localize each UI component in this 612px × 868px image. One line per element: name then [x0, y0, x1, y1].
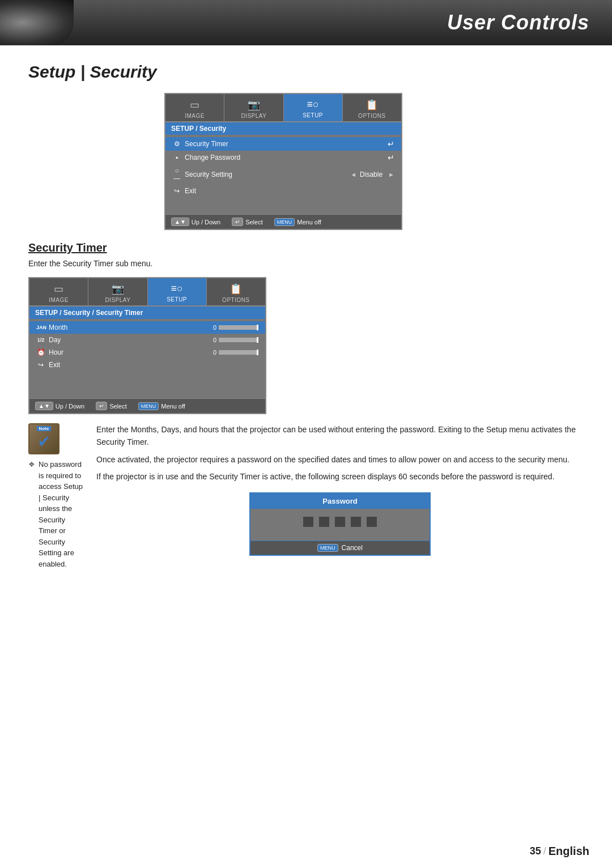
tab-image-label-1: IMAGE	[185, 113, 205, 119]
page-language: English	[549, 845, 589, 858]
osd-tabs-2: ▭ IMAGE 📷 DISPLAY ≡○ SETUP 📋 OPTIONS	[29, 278, 265, 307]
password-dot-3	[335, 517, 345, 527]
osd-item-change-password[interactable]: ▪ Change Password ↵	[165, 151, 401, 164]
month-bar-indicator	[257, 325, 258, 330]
hour-bar-indicator	[257, 350, 258, 355]
hour-bar	[219, 350, 258, 355]
setup-icon-1: ≡○	[286, 99, 340, 110]
hour-label: Hour	[49, 348, 206, 356]
note-list-item: ❖ No password is required to access Setu…	[28, 459, 85, 569]
osd-footer-1: ▲▼ Up / Down ↵ Select MENU Menu off	[165, 214, 401, 229]
tab-setup-label-2: SETUP	[167, 296, 187, 303]
note-text: ❖ No password is required to access Setu…	[28, 459, 85, 569]
tab-options-label-2: OPTIONS	[222, 297, 250, 303]
day-bar	[219, 338, 258, 342]
osd-item-day[interactable]: 1/2 Day 0	[29, 334, 265, 346]
image-icon-2: ▭	[32, 283, 86, 295]
tab-image-2[interactable]: ▭ IMAGE	[29, 278, 88, 305]
osd-item-hour[interactable]: ⏰ Hour 0	[29, 346, 265, 359]
updown-label-1: Up / Down	[192, 219, 220, 225]
security-timer-label: Security Timer	[185, 140, 384, 148]
exit-label-1: Exit	[185, 187, 394, 195]
password-header: Password	[250, 493, 430, 509]
tab-setup-2[interactable]: ≡○ SETUP	[148, 278, 207, 305]
password-cancel-area: MENU Cancel	[253, 544, 427, 552]
osd-panel-1: ▭ IMAGE 📷 DISPLAY ≡○ SETUP 📋 OPTIONS SET…	[164, 93, 402, 230]
menuoff-label-1: Menu off	[297, 219, 321, 225]
osd-breadcrumb-2: SETUP / Security / Security Timer	[29, 307, 265, 319]
menu-key-1: MENU	[274, 218, 295, 226]
password-cancel-label: Cancel	[342, 544, 363, 552]
footer-select-2: ↵ Select	[96, 402, 127, 410]
note-bullet: ❖	[28, 459, 35, 569]
osd-menu-items-1: ⚙ Security Timer ↵ ▪ Change Password ↵ ○…	[165, 135, 401, 214]
osd-panel-2: ▭ IMAGE 📷 DISPLAY ≡○ SETUP 📋 OPTIONS	[28, 277, 266, 414]
note-icon-area: ✔ ❖ No password is required to access Se…	[28, 423, 85, 572]
month-bar	[219, 325, 258, 330]
setup-icon-2: ≡○	[150, 283, 204, 295]
page-content: Setup | Security ▭ IMAGE 📷 DISPLAY ≡○ SE…	[0, 45, 612, 603]
footer-select-1: ↵ Select	[232, 218, 263, 226]
password-dots	[258, 517, 422, 527]
osd-item-security-timer[interactable]: ⚙ Security Timer ↵	[165, 137, 401, 151]
subsection-heading: Security Timer	[28, 241, 584, 254]
password-dot-5	[367, 517, 377, 527]
tab-options-1[interactable]: 📋 OPTIONS	[343, 94, 401, 121]
osd-item-exit-1[interactable]: ↪ Exit	[165, 185, 401, 197]
tab-display-label-1: DISPLAY	[241, 113, 266, 119]
note-checkmark-icon: ✔	[37, 432, 50, 451]
select-label-2: Select	[109, 403, 127, 410]
options-icon-2: 📋	[209, 283, 263, 295]
security-setting-label: Security Setting	[185, 171, 347, 178]
change-password-icon: ▪	[172, 154, 181, 161]
camera-icon	[0, 0, 74, 45]
subsection-desc: Enter the Security Timer sub menu.	[28, 259, 584, 268]
password-panel: Password MENU Cancel	[249, 492, 431, 556]
page-number: 35	[530, 845, 541, 857]
footer-updown-2: ▲▼ Up / Down	[35, 402, 84, 410]
select-key-1: ↵	[232, 218, 243, 226]
day-icon: 1/2	[36, 337, 45, 343]
body-paragraphs: Enter the Months, Days, and hours that t…	[96, 423, 584, 572]
tab-setup-label-1: SETUP	[303, 112, 323, 118]
osd-item-month[interactable]: JAN Month 0	[29, 321, 265, 334]
hour-value-bar: 0	[210, 349, 258, 356]
exit-icon-2: ↪	[36, 361, 45, 369]
security-setting-icon: ○—	[172, 167, 181, 182]
hour-value: 0	[210, 349, 216, 356]
tab-options-label-1: OPTIONS	[358, 113, 386, 119]
day-value: 0	[210, 337, 216, 343]
osd-item-security-setting[interactable]: ○— Security Setting ◄ Disable ►	[165, 164, 401, 185]
select-label-1: Select	[245, 219, 263, 225]
osd-panel-2-col: ▭ IMAGE 📷 DISPLAY ≡○ SETUP 📋 OPTIONS	[28, 277, 266, 426]
osd-menu-items-2: JAN Month 0 1/2 Day	[29, 319, 265, 398]
osd-breadcrumb-1: SETUP / Security	[165, 122, 401, 135]
body-para-1: Enter the Months, Days, and hours that t…	[96, 423, 584, 449]
menuoff-label-2: Menu off	[161, 403, 185, 410]
day-bar-indicator	[257, 337, 258, 343]
image-icon-1: ▭	[168, 99, 222, 111]
osd-footer-2: ▲▼ Up / Down ↵ Select MENU Menu off	[29, 398, 265, 413]
menu-key-2: MENU	[138, 402, 159, 410]
footer-menuoff-1: MENU Menu off	[274, 218, 321, 226]
tab-display-1[interactable]: 📷 DISPLAY	[224, 94, 283, 121]
change-password-label: Change Password	[185, 154, 384, 161]
month-value-bar: 0	[210, 324, 258, 331]
updown-key-1: ▲▼	[171, 218, 189, 226]
osd-tabs-1: ▭ IMAGE 📷 DISPLAY ≡○ SETUP 📋 OPTIONS	[165, 94, 401, 122]
two-col-section: ▭ IMAGE 📷 DISPLAY ≡○ SETUP 📋 OPTIONS	[28, 277, 584, 426]
tab-display-2[interactable]: 📷 DISPLAY	[88, 278, 147, 305]
page-slash: /	[543, 845, 546, 857]
display-icon-1: 📷	[227, 99, 280, 111]
password-dot-2	[319, 517, 329, 527]
month-icon: JAN	[36, 325, 45, 330]
day-value-bar: 0	[210, 337, 258, 343]
password-menu-key: MENU	[317, 544, 338, 552]
tab-options-2[interactable]: 📋 OPTIONS	[207, 278, 265, 305]
day-label: Day	[49, 336, 206, 344]
note-section: ✔ ❖ No password is required to access Se…	[28, 423, 584, 572]
tab-setup-1[interactable]: ≡○ SETUP	[284, 94, 343, 121]
page-title: User Controls	[447, 11, 589, 35]
osd-item-exit-2[interactable]: ↪ Exit	[29, 359, 265, 371]
tab-image-1[interactable]: ▭ IMAGE	[165, 94, 224, 121]
